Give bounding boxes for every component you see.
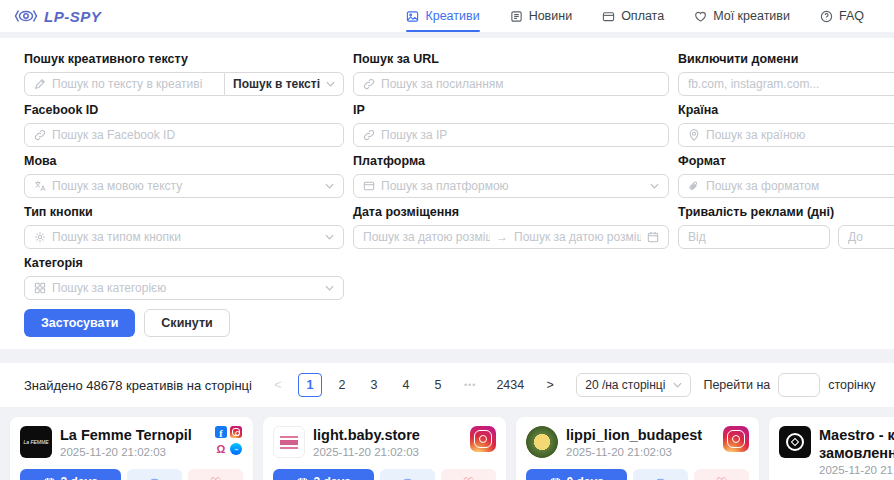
date-from-placeholder[interactable]: Пошук за датою розміщення [363, 230, 490, 244]
language-input[interactable] [52, 175, 319, 197]
creative-title-line1: Maestro - кухні, ме [819, 426, 894, 444]
chevron-down-icon [325, 285, 334, 291]
avatar [273, 426, 305, 458]
range-arrow-icon: → [496, 230, 508, 244]
nav-label: Оплата [621, 9, 664, 23]
app-header: LP-SPY Креативи Новини [0, 0, 894, 32]
button-type-select[interactable] [24, 225, 344, 249]
page-size-value: 20 /на сторінці [585, 378, 665, 392]
language-label: Мова [24, 154, 344, 169]
pagination-ellipsis[interactable]: ••• [458, 373, 482, 397]
goto-page-prefix: Перейти на [703, 378, 770, 392]
favorite-button[interactable] [188, 469, 243, 480]
grid-icon [34, 282, 46, 294]
creative-title: lippi_lion_budapest [566, 426, 715, 444]
chevron-down-icon [326, 81, 335, 87]
nav-item-payment[interactable]: Оплата [602, 0, 664, 32]
goto-page-input[interactable] [778, 373, 820, 397]
pagination-next-button[interactable]: > [538, 373, 562, 397]
pagination-page-4[interactable]: 4 [394, 373, 418, 397]
platform-input[interactable] [381, 175, 644, 197]
found-count-text: Знайдено 48678 креативів на сторінці [24, 378, 252, 393]
category-label: Категорія [24, 256, 344, 271]
brand-name: LP-SPY [44, 8, 101, 25]
days-active-button[interactable]: 3 days [20, 469, 121, 480]
goto-page-suffix: сторінку [828, 378, 875, 392]
days-label: 3 days [314, 475, 351, 480]
favorite-button[interactable] [694, 469, 749, 480]
audience-network-icon: Ω [215, 443, 227, 455]
facebook-id-input[interactable] [52, 124, 334, 146]
category-input[interactable] [52, 277, 319, 299]
view-button[interactable] [380, 469, 435, 480]
creative-date: 2025-11-20 21:02:03 [313, 446, 462, 458]
question-icon [820, 10, 833, 23]
creative-text-label: Пошук креативного тексту [24, 52, 344, 67]
country-label: Країна [678, 103, 894, 118]
page-size-select[interactable]: 20 /на сторінці [576, 373, 691, 397]
paperclip-icon [688, 180, 700, 192]
view-button[interactable] [633, 469, 688, 480]
language-select[interactable] [24, 174, 344, 198]
date-to-placeholder[interactable]: Пошук за датою розміщення [514, 230, 641, 244]
creatives-list: La FEMME La Femme Ternopil 2025-11-20 21… [0, 407, 894, 480]
pagination-page-3[interactable]: 3 [362, 373, 386, 397]
ip-label: IP [353, 103, 669, 118]
pagination-prev-button[interactable]: < [266, 373, 290, 397]
pagination-page-last[interactable]: 2434 [490, 373, 530, 397]
creative-card[interactable]: lippi_lion_budapest 2025-11-20 21:02:03 … [516, 417, 759, 480]
creative-text-input[interactable] [52, 73, 215, 95]
nav-label: Новини [529, 9, 573, 23]
creative-title-line2: замовлення в Ужго [819, 444, 894, 462]
link-icon [34, 129, 46, 141]
reset-button[interactable]: Скинути [144, 309, 229, 337]
view-button[interactable] [127, 469, 182, 480]
favorite-button[interactable] [441, 469, 496, 480]
format-input[interactable] [706, 175, 894, 197]
duration-label: Тривалість реклами (дні) [678, 205, 894, 220]
placement-date-range-picker[interactable]: Пошук за датою розміщення → Пошук за дат… [353, 225, 669, 249]
text-search-mode-value: Пошук в тексті [233, 77, 320, 91]
exclude-domains-input[interactable] [688, 73, 894, 95]
calendar-icon [297, 477, 308, 480]
category-select[interactable] [24, 276, 344, 300]
creative-card[interactable]: La FEMME La Femme Ternopil 2025-11-20 21… [10, 417, 253, 480]
results-bar: Знайдено 48678 креативів на сторінці < 1… [0, 363, 894, 407]
creative-card[interactable]: Maestro - кухні, ме замовлення в Ужго 20… [769, 417, 894, 480]
button-type-input[interactable] [52, 226, 319, 248]
nav-item-creatives[interactable]: Креативи [406, 0, 479, 32]
creative-card[interactable]: light.baby.store 2025-11-20 21:02:03 3 d… [263, 417, 506, 480]
heart-icon [694, 10, 707, 23]
messenger-icon [230, 443, 242, 455]
text-search-mode-select[interactable]: Пошук в тексті [225, 72, 344, 96]
pagination-page-5[interactable]: 5 [426, 373, 450, 397]
duration-to-input[interactable] [848, 226, 894, 248]
pagination-page-1[interactable]: 1 [298, 373, 322, 397]
creative-date: 2025-11-20 21:02:03 [60, 446, 207, 458]
brand-logo[interactable]: LP-SPY [14, 8, 101, 25]
nav-item-my-creatives[interactable]: Мої креативи [694, 0, 790, 32]
days-active-button[interactable]: 3 days [273, 469, 374, 480]
apply-button[interactable]: Застосувати [24, 309, 135, 337]
chevron-down-icon [673, 382, 682, 388]
placement-date-label: Дата розміщення [353, 205, 669, 220]
image-icon [406, 10, 419, 23]
pagination-page-2[interactable]: 2 [330, 373, 354, 397]
url-input[interactable] [381, 73, 659, 95]
nav-item-faq[interactable]: FAQ [820, 0, 864, 32]
duration-from-input[interactable] [688, 226, 820, 248]
nav-item-news[interactable]: Новини [510, 0, 573, 32]
format-label: Формат [678, 154, 894, 169]
days-label: 3 days [61, 475, 98, 480]
pencil-icon [34, 78, 46, 90]
calendar-icon [647, 231, 659, 243]
facebook-icon [215, 426, 227, 438]
platform-select[interactable] [353, 174, 669, 198]
country-input[interactable] [706, 124, 894, 146]
days-active-button[interactable]: 0 days [526, 469, 627, 480]
calendar-icon [550, 477, 561, 480]
ip-input[interactable] [381, 124, 659, 146]
nav-label: Креативи [425, 9, 479, 23]
instagram-icon [470, 426, 496, 452]
nav-label: FAQ [839, 9, 864, 23]
